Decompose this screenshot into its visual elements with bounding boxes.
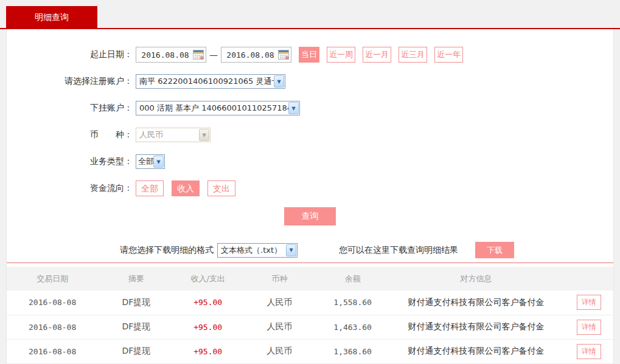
quick-range-year-button[interactable]: 近一年 xyxy=(434,47,463,63)
register-account-label: 请选择注册账户： xyxy=(7,76,133,87)
business-type-label: 业务类型： xyxy=(7,156,133,167)
results-section: 交易日期 摘要 收入/支出 币种 余额 对方信息 2016-08-08 DF提现… xyxy=(7,263,613,364)
cell-balance: 1,368.60 xyxy=(318,339,388,363)
cell-counterparty: 财付通支付科技有限公司客户备付金 xyxy=(388,315,565,339)
cell-summary: DF提现 xyxy=(98,339,174,363)
quick-range-today-button[interactable]: 当日 xyxy=(299,47,319,63)
chevron-down-icon[interactable]: ▼ xyxy=(153,156,164,168)
sub-account-select[interactable]: 000 活期 基本户 1406600101102571848 ▼ xyxy=(136,101,300,115)
query-form: 起止日期： 2016.08.08 — 20 xyxy=(7,29,613,258)
end-date-value[interactable]: 2016.08.08 xyxy=(221,50,278,60)
date-range-separator: — xyxy=(206,50,221,60)
business-type-row: 业务类型： 全部 ▼ xyxy=(7,154,613,170)
header-summary: 摘要 xyxy=(98,267,174,290)
end-date-input[interactable]: 2016.08.08 xyxy=(221,47,291,63)
cell-currency: 人民币 xyxy=(242,315,318,339)
fund-flow-expense-button[interactable]: 支出 xyxy=(207,180,235,196)
query-panel: 起止日期： 2016.08.08 — 20 xyxy=(6,29,614,364)
fund-flow-label: 资金流向： xyxy=(7,183,133,194)
chevron-down-icon[interactable]: ▼ xyxy=(274,75,284,88)
quick-range-week-button[interactable]: 近一周 xyxy=(327,47,355,63)
download-format-label: 请您选择下载明细的格式 xyxy=(120,245,214,256)
cell-trade-date: 2016-08-08 xyxy=(7,339,98,363)
detail-button[interactable]: 详情 xyxy=(577,295,601,310)
chevron-down-icon[interactable]: ▼ xyxy=(288,102,299,114)
header-balance: 余额 xyxy=(318,267,388,290)
chevron-down-icon[interactable]: ▼ xyxy=(286,244,296,256)
tab-detail-query[interactable]: 明细查询 xyxy=(6,6,97,28)
fund-flow-row: 资金流向： 全部 收入 支出 xyxy=(7,180,613,196)
date-range-row: 起止日期： 2016.08.08 — 20 xyxy=(7,47,613,63)
results-table: 交易日期 摘要 收入/支出 币种 余额 对方信息 2016-08-08 DF提现… xyxy=(7,267,613,364)
sub-account-label: 下挂账户： xyxy=(7,103,133,114)
cell-balance: 1,463.60 xyxy=(318,315,388,339)
download-hint-text: 您可以在这里下载查询明细结果 xyxy=(339,245,458,256)
cell-amount: +95.00 xyxy=(175,339,242,363)
tab-bar: 明细查询 xyxy=(0,0,620,29)
cell-summary: DF提现 xyxy=(98,290,174,315)
query-button-row: 查询 xyxy=(7,207,613,225)
sub-account-value: 000 活期 基本户 1406600101102571848 xyxy=(139,103,299,114)
currency-select: 人民币 ▼ xyxy=(136,128,211,142)
currency-row: 币 种： 人民币 ▼ xyxy=(7,127,613,143)
table-row: 2016-08-08 DF提现 +95.00 人民币 1,558.60 财付通支… xyxy=(7,290,613,315)
download-format-select[interactable]: 文本格式（.txt） ▼ xyxy=(217,243,298,258)
register-account-row: 请选择注册账户： 南平 6222001406100921065 灵通卡 ▼ xyxy=(7,74,613,89)
header-counterparty: 对方信息 xyxy=(388,267,565,290)
sub-account-row: 下挂账户： 000 活期 基本户 1406600101102571848 ▼ xyxy=(7,100,613,116)
cell-balance: 1,558.60 xyxy=(318,290,388,315)
download-row: 请您选择下载明细的格式 文本格式（.txt） ▼ 您可以在这里下载查询明细结果 … xyxy=(7,242,613,258)
business-type-select[interactable]: 全部 ▼ xyxy=(136,154,165,169)
cell-trade-date: 2016-08-08 xyxy=(7,315,98,339)
quick-range-month-button[interactable]: 近一月 xyxy=(363,47,391,63)
table-row: 2016-08-08 DF提现 +95.00 人民币 1,463.60 财付通支… xyxy=(7,315,613,339)
header-income-expense: 收入/支出 xyxy=(175,267,242,290)
start-date-input[interactable]: 2016.08.08 xyxy=(136,47,206,63)
cell-amount: +95.00 xyxy=(175,315,242,339)
register-account-value: 南平 6222001406100921065 灵通卡 xyxy=(139,76,285,87)
start-date-value[interactable]: 2016.08.08 xyxy=(136,50,193,60)
date-range-label: 起止日期： xyxy=(7,49,133,60)
cell-amount: +95.00 xyxy=(175,290,242,315)
chevron-down-icon: ▼ xyxy=(199,129,209,141)
cell-summary: DF提现 xyxy=(98,315,174,339)
currency-label: 币 种： xyxy=(7,129,133,140)
calendar-icon[interactable] xyxy=(193,50,204,60)
header-currency: 币种 xyxy=(242,267,318,290)
detail-button[interactable]: 详情 xyxy=(577,344,601,359)
cell-currency: 人民币 xyxy=(242,339,318,363)
query-button[interactable]: 查询 xyxy=(284,207,336,225)
quick-range-3months-button[interactable]: 近三月 xyxy=(399,47,427,63)
detail-button[interactable]: 详情 xyxy=(577,320,601,335)
fund-flow-all-button[interactable]: 全部 xyxy=(136,180,164,196)
header-action xyxy=(565,267,613,290)
cell-counterparty: 财付通支付科技有限公司客户备付金 xyxy=(388,290,565,315)
register-account-select[interactable]: 南平 6222001406100921065 灵通卡 ▼ xyxy=(136,74,285,89)
cell-counterparty: 财付通支付科技有限公司客户备付金 xyxy=(388,339,565,363)
cell-currency: 人民币 xyxy=(242,290,318,315)
fund-flow-income-button[interactable]: 收入 xyxy=(172,180,200,196)
download-button[interactable]: 下载 xyxy=(475,242,514,258)
cell-trade-date: 2016-08-08 xyxy=(7,290,98,315)
table-header-row: 交易日期 摘要 收入/支出 币种 余额 对方信息 xyxy=(7,267,613,290)
header-trade-date: 交易日期 xyxy=(7,267,98,290)
calendar-icon[interactable] xyxy=(278,50,289,60)
table-row: 2016-08-08 DF提现 +95.00 人民币 1,368.60 财付通支… xyxy=(7,339,613,363)
